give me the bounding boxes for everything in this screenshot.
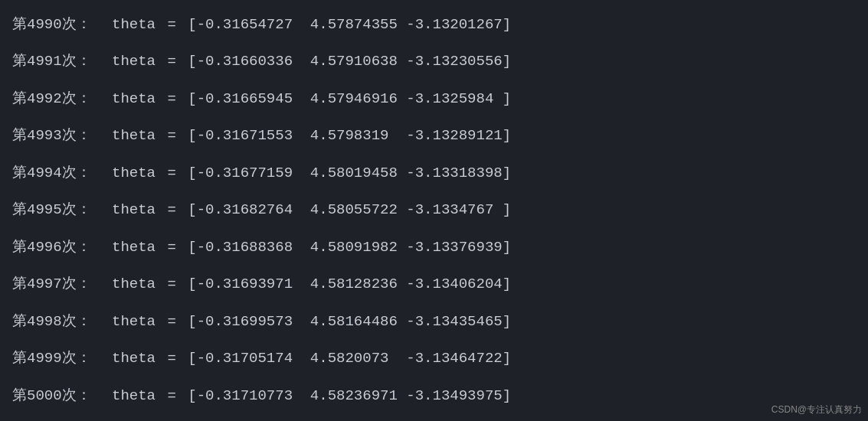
console-line: 第4999次： theta = [-0.31705174 4.5820073 -… — [12, 348, 856, 370]
line-keyword: theta — [112, 125, 156, 147]
line-equals: = — [159, 199, 185, 221]
watermark: CSDN@专注认真努力 — [771, 403, 862, 416]
line-keyword: theta — [112, 385, 156, 407]
line-keyword: theta — [112, 162, 156, 184]
line-equals: = — [159, 385, 185, 407]
console-line: 第4995次： theta = [-0.31682764 4.58055722 … — [12, 199, 856, 221]
line-prefix: 第4991次： — [12, 51, 112, 73]
line-equals: = — [159, 88, 185, 110]
line-values: [-0.31665945 4.57946916 -3.1325984 ] — [188, 88, 511, 110]
line-values: [-0.31660336 4.57910638 -3.13230556] — [188, 51, 511, 73]
line-prefix: 第4997次： — [12, 273, 112, 295]
console-line: 第4993次： theta = [-0.31671553 4.5798319 -… — [12, 125, 856, 147]
line-equals: = — [159, 125, 185, 147]
line-equals: = — [159, 273, 185, 295]
console-line: 第4996次： theta = [-0.31688368 4.58091982 … — [12, 237, 856, 259]
line-values: [-0.31699573 4.58164486 -3.13435465] — [188, 311, 511, 333]
line-keyword: theta — [112, 311, 156, 333]
line-values: [-0.31688368 4.58091982 -3.13376939] — [188, 237, 511, 259]
line-prefix: 第4998次： — [12, 311, 112, 333]
console-line: 第4997次： theta = [-0.31693971 4.58128236 … — [12, 273, 856, 295]
line-equals: = — [159, 348, 185, 370]
line-prefix: 第4994次： — [12, 162, 112, 184]
line-keyword: theta — [112, 273, 156, 295]
console-line: 第4998次： theta = [-0.31699573 4.58164486 … — [12, 311, 856, 333]
line-keyword: theta — [112, 88, 156, 110]
line-prefix: 第4996次： — [12, 237, 112, 259]
line-keyword: theta — [112, 51, 156, 73]
line-values: [-0.31654727 4.57874355 -3.13201267] — [188, 14, 511, 36]
line-values: [-0.31671553 4.5798319 -3.13289121] — [188, 125, 511, 147]
line-keyword: theta — [112, 348, 156, 370]
line-equals: = — [159, 237, 185, 259]
line-equals: = — [159, 51, 185, 73]
line-keyword: theta — [112, 237, 156, 259]
line-prefix: 第4990次： — [12, 14, 112, 36]
line-values: [-0.31693971 4.58128236 -3.13406204] — [188, 273, 511, 295]
console-line: 第4991次： theta = [-0.31660336 4.57910638 … — [12, 51, 856, 73]
line-values: [-0.31705174 4.5820073 -3.13464722] — [188, 348, 511, 370]
line-prefix: 第4995次： — [12, 199, 112, 221]
console-output: 第4990次： theta = [-0.31654727 4.57874355 … — [0, 0, 868, 421]
line-equals: = — [159, 311, 185, 333]
line-values: [-0.31710773 4.58236971 -3.13493975] — [188, 385, 511, 407]
line-values: [-0.31677159 4.58019458 -3.13318398] — [188, 162, 511, 184]
line-keyword: theta — [112, 199, 156, 221]
line-prefix: 第4993次： — [12, 125, 112, 147]
line-prefix: 第4999次： — [12, 348, 112, 370]
line-equals: = — [159, 162, 185, 184]
line-prefix: 第4992次： — [12, 88, 112, 110]
console-line: 第4992次： theta = [-0.31665945 4.57946916 … — [12, 88, 856, 110]
console-line: 第4990次： theta = [-0.31654727 4.57874355 … — [12, 14, 856, 36]
line-prefix: 第5000次： — [12, 385, 112, 407]
line-equals: = — [159, 14, 185, 36]
console-line: 第5000次： theta = [-0.31710773 4.58236971 … — [12, 385, 856, 407]
line-keyword: theta — [112, 14, 156, 36]
line-values: [-0.31682764 4.58055722 -3.1334767 ] — [188, 199, 511, 221]
console-line: 第4994次： theta = [-0.31677159 4.58019458 … — [12, 162, 856, 184]
